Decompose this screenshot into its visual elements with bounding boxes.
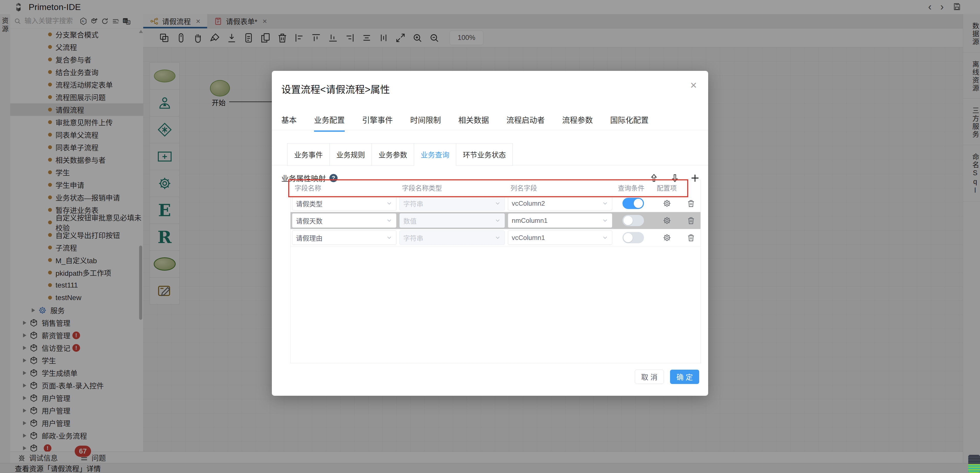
dialog-subtab[interactable]: 业务参数 [372,143,414,166]
chevron-down-icon [386,234,393,241]
column-field-select[interactable]: vcColumn2 [508,196,612,210]
chevron-down-icon [494,234,501,241]
config-gear-icon[interactable] [662,216,671,225]
chevron-down-icon [602,234,608,241]
dialog-footer: 取 消 确 定 [272,369,699,384]
field-name-select[interactable]: 请假天数 [292,213,396,228]
dialog-tab-label: 业务配置 [314,116,345,124]
column-field-value: vcColumn1 [512,234,545,242]
dialog-subtab[interactable]: 环节业务状态 [456,143,513,166]
dialog-tab[interactable]: 引擎事件 [362,114,393,132]
dialog-tabs: 基本 业务配置 引擎事件 时间限制 相关数据 流程启动者 流程参数 [281,114,649,132]
process-properties-dialog: 设置流程<请假流程>属性 × 基本 业务配置 引擎事件 时间限制 相关数据 [272,71,708,396]
field-name-select[interactable]: 请假类型 [292,196,396,210]
field-name-value: 请假天数 [296,216,323,225]
field-type-value: 字符串 [403,199,423,208]
dialog-tab-label: 流程启动者 [506,116,545,124]
cancel-button[interactable]: 取 消 [635,369,664,384]
chevron-down-icon [602,200,608,207]
table-header-cell: 字段名称 [291,183,398,193]
table-row: 请假理由 字符串 vcColumn1 [291,229,700,246]
dialog-tab[interactable]: 基本 [281,114,297,132]
dialog-tab-label: 基本 [281,116,297,124]
dialog-subtab-label: 环节业务状态 [463,150,506,159]
table-header-row: 字段名称字段名称类型列名字段查询条件配置项 [291,180,700,195]
table-row: 请假天数 数值 nmColumn1 [291,212,700,229]
query-condition-toggle[interactable] [622,232,644,243]
delete-row-icon[interactable] [687,199,695,208]
field-type-value: 字符串 [403,233,423,242]
column-field-value: vcColumn2 [512,199,545,207]
column-field-select[interactable]: vcColumn1 [508,231,612,245]
table-row: 请假类型 字符串 vcColumn2 [291,195,700,212]
config-gear-icon[interactable] [662,233,671,242]
query-condition-toggle[interactable] [622,215,644,226]
chevron-down-icon [494,217,501,224]
dialog-tab[interactable]: 时间限制 [410,114,441,132]
column-field-value: nmColumn1 [512,217,547,225]
field-type-select[interactable]: 数值 [399,213,505,228]
field-name-value: 请假类型 [296,199,323,208]
chevron-down-icon [494,200,501,207]
dialog-tab-label: 引擎事件 [362,116,393,124]
delete-row-icon[interactable] [687,233,695,242]
dialog-tab-label: 相关数据 [458,116,489,124]
column-field-select[interactable]: nmColumn1 [508,213,612,228]
ok-button[interactable]: 确 定 [670,369,699,384]
query-condition-toggle[interactable] [622,198,644,209]
floating-widget-icon[interactable] [968,455,980,473]
dialog-tab-label: 流程参数 [562,116,593,124]
table-header-cell: 查询条件 [614,183,653,193]
field-name-select[interactable]: 请假理由 [292,231,396,245]
table-body: 请假类型 字符串 vcColumn2 [291,195,700,246]
dialog-subtab[interactable]: 业务规则 [329,143,372,166]
table-header-cell: 列名字段 [506,183,614,193]
dialog-tab[interactable]: 国际化配置 [610,114,649,132]
config-gear-icon[interactable] [662,199,671,208]
dialog-subtabs: 业务事件 业务规则 业务参数 业务查询 环节业务状态 [288,143,513,166]
dialog-tab[interactable]: 相关数据 [458,114,489,132]
chevron-down-icon [386,217,393,224]
dialog-subtab[interactable]: 业务事件 [287,143,330,166]
dialog-tab[interactable]: 流程启动者 [506,114,545,132]
dialog-close-icon[interactable]: × [690,80,697,91]
delete-row-icon[interactable] [687,216,695,225]
dialog-tab-label: 国际化配置 [610,116,649,124]
dialog-tab[interactable]: 流程参数 [562,114,593,132]
dialog-tab-label: 时间限制 [410,116,441,124]
dialog-subtab[interactable]: 业务查询 [414,143,456,166]
table-header-cell: 配置项 [653,183,681,193]
dialog-subtab-label: 业务查询 [421,150,449,159]
field-name-value: 请假理由 [296,233,323,242]
dialog-subtab-label: 业务事件 [294,150,323,159]
dialog-tab[interactable]: 业务配置 [314,114,345,132]
table-header-cell: 字段名称类型 [398,183,506,193]
dialog-subtab-label: 业务参数 [379,150,407,159]
mapping-table: 字段名称字段名称类型列名字段查询条件配置项 请假类型 字符串 [290,180,701,363]
dialog-title: 设置流程<请假流程>属性 [281,81,390,96]
field-type-value: 数值 [403,216,417,225]
dialog-subtab-label: 业务规则 [336,150,365,159]
chevron-down-icon [602,217,608,224]
field-type-select[interactable]: 字符串 [399,196,505,210]
chevron-down-icon [386,200,393,207]
field-type-select[interactable]: 字符串 [399,231,505,245]
